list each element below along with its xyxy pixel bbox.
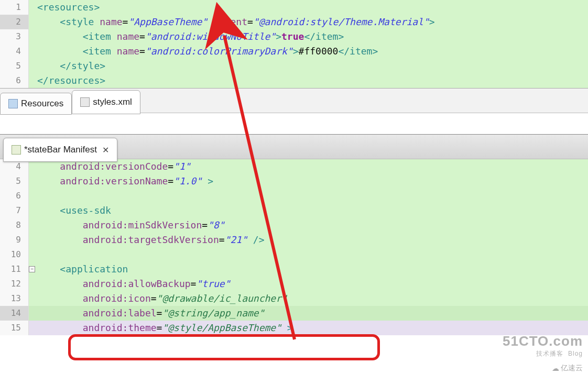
code-line[interactable]: 7 <uses-sdk [0,203,588,218]
styles-editor-pane: 1<resources>2 <style name="AppBaseTheme"… [0,0,588,113]
tab-styles-xml[interactable]: styles.xml [72,90,140,114]
tab-label: *stateBar Manifest [24,145,97,155]
code-line[interactable]: 5 android:versionName="1.0" > [0,174,588,189]
line-content[interactable]: android:targetSdkVersion="21" /> [29,233,588,247]
code-line[interactable]: 11 <application− [0,262,588,277]
annotation-highlight-box [68,334,380,360]
cloud-icon: ☁ [552,364,559,372]
code-line[interactable]: 6</resources> [0,73,588,88]
code-line[interactable]: 13 android:icon="@drawable/ic_launcher" [0,291,588,306]
line-number: 13 [0,291,29,306]
code-line[interactable]: 4 <item name="android:colorPrimaryDark">… [0,44,588,59]
manifest-tabbar: *stateBar Manifest✕ [0,134,588,159]
line-number: 5 [0,174,29,189]
line-number: 4 [0,44,29,59]
line-number: 11 [0,262,29,277]
tab-statebar-manifest[interactable]: *stateBar Manifest✕ [3,138,117,162]
xml-icon [80,97,90,107]
line-content[interactable]: android:minSdkVersion="8" [29,218,588,233]
line-content[interactable]: android:icon="@drawable/ic_launcher" [29,291,588,306]
line-content[interactable]: <uses-sdk [29,203,588,218]
line-number: 15 [0,321,29,335]
code-line[interactable]: 10 [0,247,588,262]
code-line[interactable]: 14 android:label="@string/app_name" [0,306,588,321]
pane-divider [0,113,588,134]
line-number: 5 [0,59,29,73]
line-content[interactable]: </style> [29,59,588,73]
line-number: 1 [0,0,29,15]
line-number: 8 [0,218,29,233]
line-number: 2 [0,15,29,29]
line-content[interactable]: <style name="AppBaseTheme" parent="@andr… [29,15,588,29]
close-icon[interactable]: ✕ [102,145,109,155]
line-number: 7 [0,203,29,218]
watermark-51cto: 51CTO.com 技术播客 Blog [503,333,583,358]
line-content[interactable]: android:theme="@style/AppBaseTheme" > [29,321,588,335]
line-number: 14 [0,306,29,321]
tab-label: styles.xml [93,97,132,107]
line-number: 3 [0,29,29,44]
resource-icon [8,99,18,108]
code-line[interactable]: 8 android:minSdkVersion="8" [0,218,588,233]
code-line[interactable]: 9 android:targetSdkVersion="21" /> [0,233,588,247]
line-content[interactable]: android:versionName="1.0" > [29,174,588,189]
fold-toggle-icon[interactable]: − [29,266,35,272]
manifest-editor-pane: *stateBar Manifest✕ 4 android:versionCod… [0,134,588,335]
code-line[interactable]: 1<resources> [0,0,588,15]
watermark-yisu: ☁ 亿速云 [552,364,583,373]
styles-code-area[interactable]: 1<resources>2 <style name="AppBaseTheme"… [0,0,588,88]
code-line[interactable]: 12 android:allowBackup="true" [0,277,588,291]
styles-tabbar: Resourcesstyles.xml [0,88,588,113]
line-content[interactable]: <resources> [29,0,588,15]
line-content[interactable]: </resources> [29,73,588,88]
code-line[interactable]: 5 </style> [0,59,588,73]
line-number: 6 [0,189,29,203]
tab-label: Resources [21,98,63,109]
line-number: 10 [0,247,29,262]
code-line[interactable]: 6 [0,189,588,203]
line-content[interactable]: <application [29,262,588,277]
line-content[interactable]: <item name="android:windowNoTitle">true<… [29,29,588,44]
line-content[interactable] [29,247,588,262]
line-number: 6 [0,73,29,88]
code-line[interactable]: 3 <item name="android:windowNoTitle">tru… [0,29,588,44]
line-content[interactable]: <item name="android:colorPrimaryDark">#f… [29,44,588,59]
line-content[interactable]: android:label="@string/app_name" [29,306,588,321]
tab-resources[interactable]: Resources [0,93,72,115]
line-number: 12 [0,277,29,291]
code-line[interactable]: 2 <style name="AppBaseTheme" parent="@an… [0,15,588,29]
manifest-icon [12,145,21,155]
manifest-code-area[interactable]: 4 android:versionCode="1"5 android:versi… [0,159,588,335]
line-content[interactable]: android:allowBackup="true" [29,277,588,291]
line-number: 9 [0,233,29,247]
line-content[interactable] [29,189,588,203]
code-line[interactable]: 15 android:theme="@style/AppBaseTheme" > [0,321,588,335]
